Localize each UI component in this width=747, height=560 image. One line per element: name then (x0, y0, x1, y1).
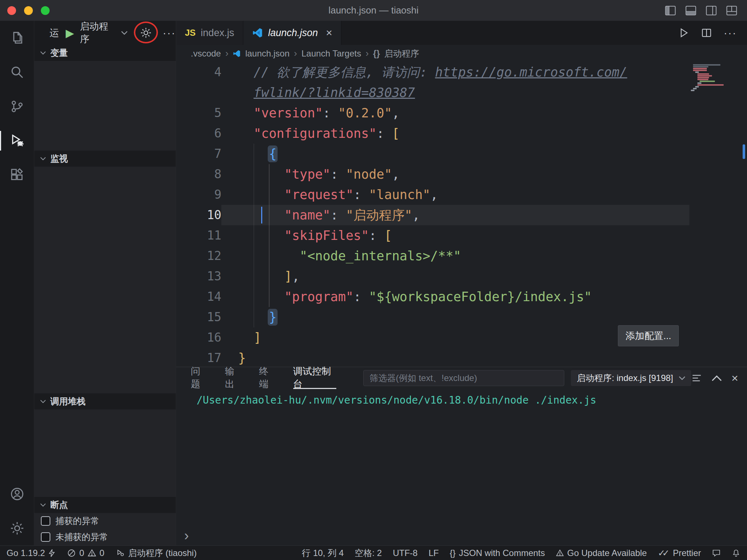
clear-console-icon[interactable] (691, 373, 702, 384)
editor-more-actions-icon[interactable]: ··· (724, 27, 737, 39)
code-line[interactable]: fwlink/?linkid=830387 (176, 82, 747, 103)
console-input-chevron-icon[interactable]: › (184, 529, 189, 542)
chevron-right-icon: › (294, 48, 297, 59)
line-number: 16 (176, 327, 221, 348)
checkbox[interactable] (41, 516, 50, 526)
debug-more-actions-button[interactable]: ··· (163, 27, 176, 39)
breakpoint-uncaught-exceptions[interactable]: 未捕获的异常 (34, 529, 176, 545)
code-area-lines: 4 // 欲了解更多信息, 请访问: https://go.microsoft.… (176, 62, 747, 367)
close-window-button[interactable] (7, 6, 16, 15)
sidebar-section-call-stack[interactable]: 调用堆栈 (34, 393, 176, 409)
javascript-icon: JS (185, 28, 196, 38)
status-language-mode[interactable]: {} JSON with Comments (450, 548, 545, 558)
checkbox[interactable] (41, 532, 50, 542)
panel-tab-debug-console[interactable]: 调试控制台 (293, 367, 337, 389)
status-eol[interactable]: LF (429, 548, 439, 558)
start-debug-button[interactable]: ▶ (66, 27, 74, 39)
breadcrumb-item[interactable]: 启动程序 (384, 48, 419, 59)
vscode-icon (252, 27, 263, 38)
status-go-version[interactable]: Go 1.19.2 (7, 548, 55, 558)
debug-view-title: 运 (50, 27, 59, 39)
breakpoints-panel: 捕获的异常 未捕获的异常 (34, 513, 176, 545)
code-line[interactable]: 10 "name": "启动程序", (176, 205, 747, 225)
window-title: launch.json — tiaoshi (0, 5, 747, 16)
add-configuration-button[interactable]: 添加配置... (618, 325, 679, 346)
status-debug-session[interactable]: 启动程序 (tiaoshi) (116, 547, 197, 559)
source-control-icon[interactable] (0, 89, 34, 124)
line-number: 14 (176, 287, 221, 307)
tab-index-js[interactable]: JS index.js (176, 21, 243, 45)
watch-panel (34, 167, 176, 393)
debug-console-filter-input[interactable] (363, 370, 564, 386)
extensions-icon[interactable] (0, 158, 34, 192)
toggle-panel-icon[interactable] (685, 5, 697, 16)
sidebar-section-watch[interactable]: 监视 (34, 151, 176, 167)
line-number: 9 (176, 184, 221, 205)
code-line[interactable]: 15 } (176, 307, 747, 327)
overview-ruler-mark (743, 144, 745, 159)
sidebar-section-variables[interactable]: 变量 (34, 45, 176, 61)
open-launch-json-gear-button[interactable] (140, 27, 152, 39)
code-line[interactable]: 6 "configurations": [ (176, 123, 747, 144)
code-line[interactable]: 11 "skipFiles": [ (176, 225, 747, 246)
search-icon[interactable] (0, 55, 34, 89)
breadcrumb-item[interactable]: .vscode (191, 48, 221, 59)
status-indentation[interactable]: 空格: 2 (355, 547, 382, 559)
code-line[interactable]: 14 "program": "${workspaceFolder}/index.… (176, 287, 747, 307)
notifications-bell-icon[interactable] (732, 549, 740, 557)
launch-config-dropdown[interactable]: 启动程序 (80, 20, 128, 46)
line-number: 5 (176, 103, 221, 123)
close-panel-icon[interactable]: × (731, 372, 738, 384)
chevron-down-icon (121, 31, 128, 35)
minimize-window-button[interactable] (24, 6, 33, 15)
run-debug-icon[interactable] (0, 124, 34, 158)
code-editor[interactable]: 4 // 欲了解更多信息, 请访问: https://go.microsoft.… (176, 62, 747, 367)
zoom-window-button[interactable] (41, 6, 50, 15)
breadcrumb-item[interactable]: launch.json (245, 48, 289, 59)
account-icon[interactable] (0, 477, 34, 511)
code-line[interactable]: 9 "request": "launch", (176, 184, 747, 205)
panel-tab-terminal[interactable]: 终端 (259, 367, 276, 389)
red-circle-annotation (134, 22, 158, 43)
sidebar-section-breakpoints[interactable]: 断点 (34, 497, 176, 513)
line-number: 15 (176, 307, 221, 327)
line-number: 7 (176, 144, 221, 164)
status-go-update[interactable]: Go Update Available (556, 548, 647, 558)
object-symbol-icon: {} (373, 48, 380, 59)
tab-launch-json[interactable]: launch.json × (243, 21, 341, 45)
panel-tab-problems[interactable]: 问题 (191, 367, 208, 389)
debug-toolbar: 运 ▶ 启动程序 ··· (34, 21, 176, 45)
vscode-window: launch.json — tiaoshi 运 ▶ 启动程序 (0, 0, 747, 560)
line-number: 17 (176, 348, 221, 367)
variables-panel (34, 61, 176, 151)
toggle-secondary-sidebar-icon[interactable] (705, 5, 717, 16)
settings-gear-icon[interactable] (0, 511, 34, 545)
debug-session-dropdown[interactable]: 启动程序: index.js [9198] (571, 370, 691, 386)
toggle-primary-sidebar-icon[interactable] (665, 5, 676, 16)
code-line[interactable]: 8 "type": "node", (176, 164, 747, 184)
status-problems[interactable]: 0 0 (67, 548, 104, 558)
split-editor-icon[interactable] (701, 27, 712, 38)
breadcrumb-item[interactable]: Launch Targets (301, 48, 361, 59)
close-tab-icon[interactable]: × (326, 27, 333, 39)
code-line[interactable]: 7 { (176, 144, 747, 164)
code-line[interactable]: 5 "version": "0.2.0", (176, 103, 747, 123)
code-line[interactable]: 13 ], (176, 266, 747, 287)
call-stack-panel (34, 409, 176, 497)
minimap[interactable] (691, 64, 735, 92)
run-file-icon[interactable] (678, 27, 689, 38)
status-formatter-prettier[interactable]: ✓✓ Prettier (658, 548, 701, 558)
status-cursor-position[interactable]: 行 10, 列 4 (302, 547, 344, 559)
maximize-panel-icon[interactable] (712, 375, 722, 381)
code-line[interactable]: 12 "<node_internals>/**" (176, 246, 747, 266)
status-encoding[interactable]: UTF-8 (393, 548, 418, 558)
explorer-icon[interactable] (0, 21, 34, 55)
feedback-icon[interactable] (712, 549, 721, 557)
chevron-right-icon: › (365, 48, 369, 59)
code-line[interactable]: 4 // 欲了解更多信息, 请访问: https://go.microsoft.… (176, 62, 747, 82)
titlebar: launch.json — tiaoshi (0, 0, 747, 21)
code-line[interactable]: 17} (176, 348, 747, 367)
breakpoint-caught-exceptions[interactable]: 捕获的异常 (34, 513, 176, 529)
customize-layout-icon[interactable] (726, 5, 738, 16)
panel-tab-output[interactable]: 输出 (225, 367, 243, 389)
